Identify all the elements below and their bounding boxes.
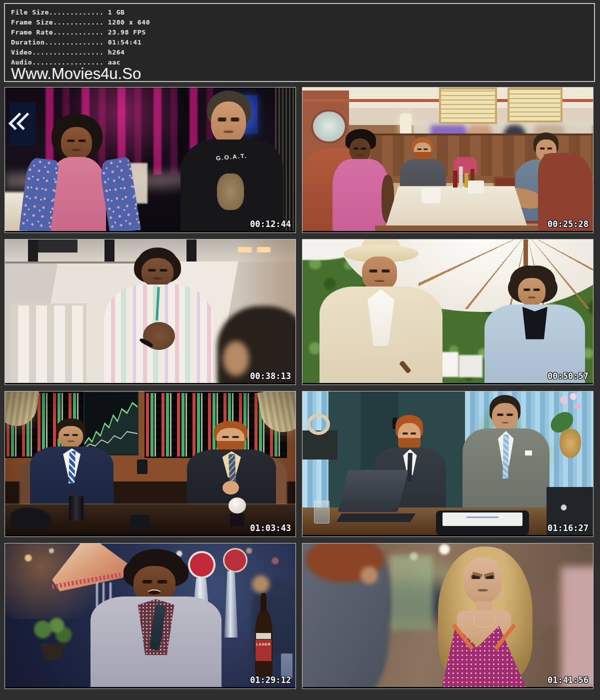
timestamp: 01:03:43 [250,523,291,533]
info-line-frame-rate: Frame Rate............ 23.98 FPS [11,28,588,38]
actor-left-cream-suit [314,242,448,384]
screenshot-thumbnail: G.O.A.T. 00:12:44 [4,87,296,233]
face [362,256,396,290]
background-patron-face [252,576,270,593]
document-paper [442,512,522,526]
timestamp: 01:16:27 [548,523,588,533]
screenshot-thumbnail: 00:50:57 [302,239,594,385]
face [350,138,370,162]
face [142,258,174,288]
actor-left [22,116,138,232]
screenshot-grid: G.O.A.T. 00:12:44 [4,87,596,689]
beer-tap-badge [223,548,248,572]
actor-right-blue-blazer [482,268,587,384]
bottle-band [256,633,272,639]
info-line-video-codec: Video................. h264 [11,48,588,58]
screenshot-thumbnail: 01:41:56 [302,543,594,689]
media-info-panel: File Size............. 1 GB Frame Size..… [4,3,595,82]
timestamp: 00:25:28 [548,219,588,229]
scene-pub: LAGER [5,544,296,688]
info-line-file-size: File Size............. 1 GB [11,8,588,18]
actress-center [430,550,558,688]
trophy-base [230,514,244,526]
orchid-plant [546,392,593,458]
dark-mug [130,515,150,531]
screenshot-thumbnail: 00:25:28 [302,87,594,233]
document-folio [436,510,529,535]
actor-right-gray-suit [462,398,550,514]
face [464,558,502,604]
scene-diner [302,88,593,232]
face [492,403,518,431]
coffee-mug [422,188,440,204]
face [61,127,92,160]
background-guest [561,566,593,688]
timestamp: 00:50:57 [548,371,588,381]
info-line-duration: Duration.............. 01:54:41 [11,38,588,48]
coffee-mug [468,180,484,194]
goat-graphic [217,174,244,210]
laptop [343,470,412,522]
laptop-screen [338,470,408,512]
pocket-square [525,450,532,455]
black-tumbler [69,496,84,520]
scene-office-meeting [302,392,593,536]
screenshot-thumbnail: LAGER 01:29:12 [4,543,296,689]
timestamp: 01:29:12 [250,675,291,685]
gold-vase [560,429,581,458]
blue-striped-tie [503,434,510,478]
face [58,426,83,448]
site-watermark: Www.Movies4u.So [11,68,588,80]
table-lamp [400,114,412,136]
timestamp: 01:41:56 [548,675,588,685]
screenshot-preview-sheet: File Size............. 1 GB Frame Size..… [0,0,600,700]
actor-center [92,251,226,384]
scene-nightclub: G.O.A.T. [5,88,296,232]
menu-board [508,88,562,122]
patterned-tie [228,454,236,484]
trophy-ball [228,498,246,514]
scene-trading-desk [5,392,296,536]
face [211,102,246,144]
scene-party [302,544,593,688]
beer-bottle: LAGER [255,610,272,676]
timestamp: 00:12:44 [250,219,291,229]
slatted-door [11,304,86,384]
laptop-base [336,514,416,522]
menu-board [439,88,497,124]
foreground-man-ear [360,566,378,584]
foreground-cheek [223,341,249,376]
water-glass [314,500,330,524]
table-edge [375,226,538,233]
ceiling-lights [238,247,272,253]
screenshot-thumbnail: 01:03:43 [4,391,296,537]
actor-right: G.O.A.T. [170,92,292,232]
screenshot-thumbnail: 00:38:13 [4,239,296,385]
pink-sleeveless-top [332,159,388,232]
scene-garden-party [302,240,593,384]
ring-sculpture [307,414,330,436]
bottle-label-text: LAGER [256,640,272,661]
side-cabinet [302,430,338,460]
logo-mark [560,502,568,513]
scene-white-interior [5,240,296,384]
face [518,278,545,306]
actor-center [86,555,226,688]
actor-left [326,137,395,232]
screenshot-thumbnail: 01:16:27 [302,391,594,537]
info-line-frame-size: Frame Size............ 1280 x 640 [11,18,588,28]
actor-right-dark-suit [185,424,278,510]
timestamp: 00:38:13 [250,371,291,381]
black-tshirt [522,307,548,340]
